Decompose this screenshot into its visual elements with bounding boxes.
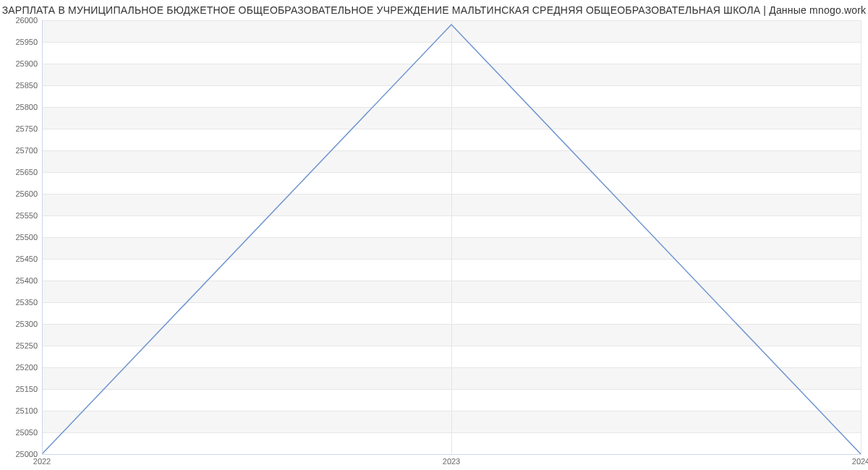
y-tick-label: 25100 <box>4 406 38 415</box>
y-tick-label: 25500 <box>4 233 38 242</box>
y-axis-line <box>42 20 43 454</box>
y-tick-label: 25400 <box>4 276 38 285</box>
y-tick-label: 25450 <box>4 255 38 263</box>
y-tick-label: 25550 <box>4 211 38 220</box>
y-tick-label: 25300 <box>4 320 38 328</box>
chart-container: ЗАРПЛАТА В МУНИЦИПАЛЬНОЕ БЮДЖЕТНОЕ ОБЩЕО… <box>0 0 868 470</box>
y-tick-label: 25900 <box>4 59 38 68</box>
plot-area <box>42 20 861 454</box>
y-tick-label: 25200 <box>4 363 38 372</box>
y-tick-label: 25350 <box>4 298 38 307</box>
chart-title: ЗАРПЛАТА В МУНИЦИПАЛЬНОЕ БЮДЖЕТНОЕ ОБЩЕО… <box>0 4 868 16</box>
y-tick-label: 25800 <box>4 103 38 111</box>
y-tick-label: 25600 <box>4 189 38 198</box>
y-tick-label: 25950 <box>4 38 38 46</box>
x-gridline <box>861 20 861 454</box>
y-tick-label: 25150 <box>4 385 38 393</box>
x-tick-label: 2023 <box>443 457 460 466</box>
x-tick-label: 2024 <box>852 457 868 466</box>
series-line <box>42 25 861 454</box>
y-tick-label: 25250 <box>4 341 38 350</box>
y-tick-label: 25850 <box>4 81 38 90</box>
y-tick-label: 26000 <box>4 16 38 25</box>
y-tick-label: 25050 <box>4 428 38 437</box>
line-series <box>42 20 861 454</box>
y-tick-label: 25650 <box>4 168 38 176</box>
y-tick-label: 25750 <box>4 124 38 133</box>
x-tick-label: 2022 <box>33 457 51 466</box>
y-tick-label: 25700 <box>4 146 38 155</box>
x-axis-line <box>42 454 861 455</box>
